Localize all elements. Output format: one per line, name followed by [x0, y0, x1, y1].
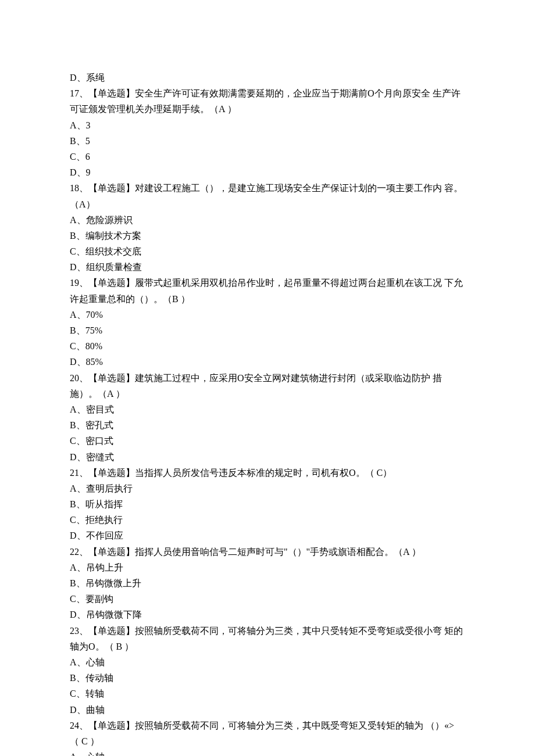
- text-line: A、危险源辨识: [70, 212, 465, 228]
- text-line: D、不作回应: [70, 528, 465, 543]
- text-line: C、6: [70, 149, 465, 164]
- text-line: 23、【单选题】按照轴所受载荷不同，可将轴分为三类，其中只受转矩不受弯矩或受很小…: [70, 623, 465, 654]
- text-line: A、70%: [70, 307, 465, 323]
- text-line: C、组织技术交底: [70, 243, 465, 259]
- document-page: D、系绳 17、【单选题】安全生产许可证有效期满需要延期的，企业应当于期满前O个…: [0, 0, 535, 756]
- text-line: B、密孔式: [70, 417, 465, 433]
- text-line: D、系绳: [70, 70, 465, 85]
- text-line: 21、【单选题】当指挥人员所发信号违反本标准的规定时，司机有权O。（ C）: [70, 465, 465, 481]
- text-line: 24、【单选题】按照轴所受载荷不同，可将轴分为三类，其中既受弯矩又受转矩的轴为 …: [70, 718, 465, 749]
- text-line: C、80%: [70, 338, 465, 354]
- text-line: A、查明后执行: [70, 481, 465, 496]
- text-line: 17、【单选题】安全生产许可证有效期满需要延期的，企业应当于期满前O个月向原安全…: [70, 85, 465, 117]
- text-line: C、密口式: [70, 433, 465, 449]
- text-line: D、85%: [70, 354, 465, 370]
- text-line: D、吊钩微微下降: [70, 607, 465, 622]
- text-line: B、5: [70, 133, 465, 149]
- text-line: A、3: [70, 117, 465, 133]
- text-line: A、吊钩上升: [70, 560, 465, 575]
- text-line: 18、【单选题】对建设工程施工（），是建立施工现场安全生产保证计划的一项主要工作…: [70, 180, 465, 212]
- text-line: D、组织质量检查: [70, 259, 465, 275]
- text-line: C、要副钩: [70, 591, 465, 607]
- text-line: B、吊钩微微上升: [70, 575, 465, 591]
- text-line: C、拒绝执行: [70, 512, 465, 528]
- text-line: 19、【单选题】履带式起重机采用双机抬吊作业时，起吊重量不得超过两台起重机在该工…: [70, 275, 465, 306]
- text-line: 20、【单选题】建筑施工过程中，应采用O安全立网对建筑物进行封闭（或采取临边防护…: [70, 370, 465, 402]
- text-line: D、9: [70, 164, 465, 180]
- text-line: B、传动轴: [70, 670, 465, 686]
- text-line: B、编制技术方案: [70, 228, 465, 243]
- text-line: B、听从指挥: [70, 496, 465, 512]
- text-line: B、75%: [70, 323, 465, 338]
- text-line: 22、【单选题】指挥人员使用音响信号二短声时可与"（）"手势或旗语相配合。（A …: [70, 544, 465, 560]
- text-line: C、转轴: [70, 686, 465, 701]
- text-line: D、曲轴: [70, 702, 465, 718]
- text-line: A、心轴: [70, 749, 465, 756]
- text-line: A、密目式: [70, 402, 465, 417]
- text-line: A、心轴: [70, 654, 465, 670]
- text-line: D、密缝式: [70, 449, 465, 465]
